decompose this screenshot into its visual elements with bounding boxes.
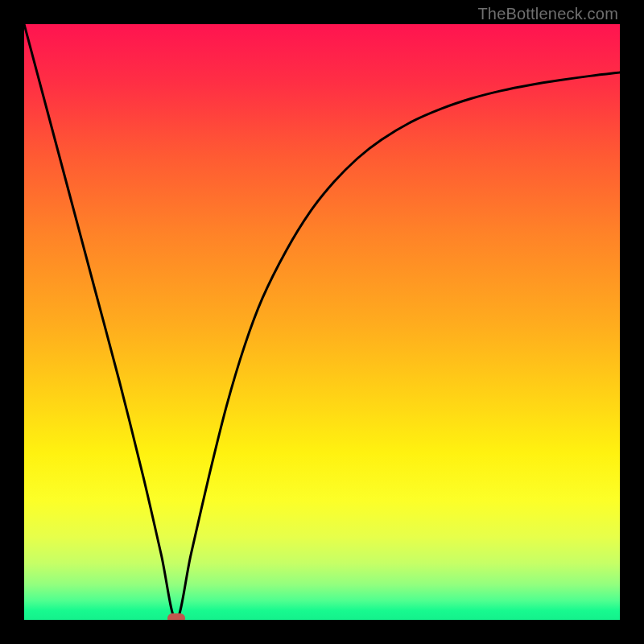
- watermark-text: TheBottleneck.com: [477, 5, 618, 23]
- plot-area: [24, 24, 620, 620]
- bottleneck-curve: [24, 24, 620, 620]
- optimum-marker: [167, 613, 185, 620]
- chart-frame: TheBottleneck.com: [0, 0, 644, 644]
